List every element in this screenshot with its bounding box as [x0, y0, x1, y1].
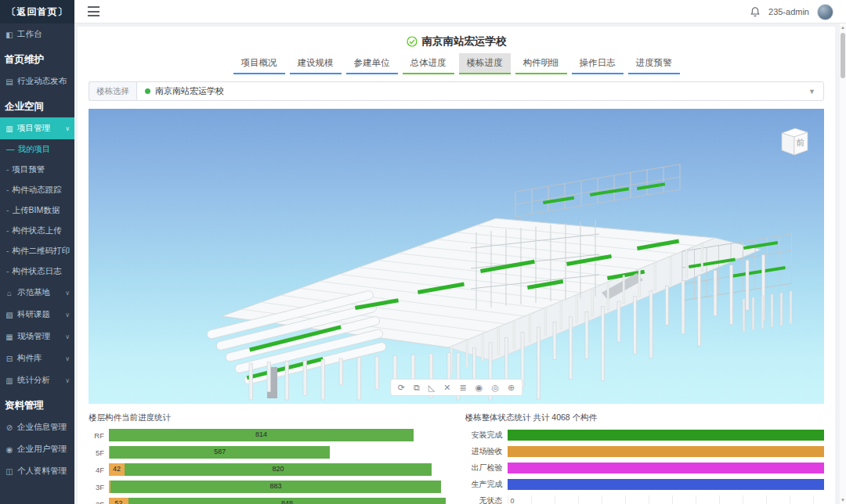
tab-building-progress[interactable]: 楼栋进度 — [459, 53, 511, 74]
avatar[interactable] — [817, 4, 833, 20]
building-select-label: 楼栋选择 — [89, 81, 136, 101]
hamburger-menu-icon[interactable] — [88, 6, 99, 16]
library-icon: ⊟ — [5, 355, 14, 363]
bar-value: 52 — [109, 499, 128, 504]
axis-label: 无状态 — [465, 495, 503, 504]
page-title: 南京南站宏运学校 — [89, 31, 824, 52]
chart-row-0: 安装完成 — [465, 430, 825, 441]
sidebar-item-component-tracking[interactable]: 构件动态跟踪 — [0, 180, 74, 200]
view-cube[interactable]: 前 — [776, 123, 812, 159]
viewer-toolbar: ⟳⧉◺✕≣◉◎⊕ — [390, 379, 522, 396]
sidebar-item-label: 示范基地 — [17, 287, 50, 298]
tab-construction-scale[interactable]: 建设规模 — [290, 53, 342, 74]
sidebar-item-label: 企业信息管理 — [17, 422, 67, 433]
status-dot — [145, 88, 150, 94]
focus-icon[interactable]: ◎ — [491, 382, 499, 393]
sidebar-item-enterprise-users[interactable]: ◉企业用户管理 — [0, 438, 74, 460]
tab-project-overview[interactable]: 项目概况 — [233, 53, 285, 74]
building-select-value: 南京南站宏运学校 — [155, 85, 224, 97]
reset-view-icon[interactable]: ⟳ — [398, 382, 405, 393]
bar-track: 52848 — [109, 498, 448, 504]
axis-label: 进场验收 — [465, 446, 503, 457]
floor-progress-chart-title: 楼层构件当前进度统计 — [89, 412, 448, 424]
scroll-up-icon[interactable]: ▲ — [840, 25, 846, 30]
sidebar-item-upload-bim-data[interactable]: 上传BIM数据 — [0, 200, 74, 221]
building-status-chart: 楼栋整体状态统计 共计 4068 个构件 安装完成进场验收出厂检验生产完成无状态… — [465, 412, 825, 504]
orbit-icon[interactable]: ◉ — [475, 382, 483, 393]
bar-track: 0 — [508, 495, 825, 504]
building-filter: 楼栋选择 南京南站宏运学校 ▼ — [89, 81, 824, 101]
back-home-button[interactable]: 〔返回首页〕 — [0, 0, 74, 23]
chevron-down-icon: ∨ — [65, 311, 70, 319]
sidebar-item-component-qrcode-print[interactable]: 构件二维码打印 — [0, 241, 74, 261]
component-list-icon[interactable]: ≣ — [460, 382, 467, 393]
sidebar: ◧工作台首页维护▤行业动态发布企业空间▥项目管理∨我的项目项目预警构件动态跟踪上… — [0, 23, 74, 504]
building-select-dropdown[interactable]: 南京南站宏运学校 ▼ — [136, 81, 824, 101]
sidebar-item-demo-base[interactable]: ⌂示范基地∨ — [0, 282, 74, 304]
username: 235-admin — [768, 7, 809, 16]
bar-value: 814 — [109, 430, 414, 438]
bar-track: 42820 — [109, 463, 448, 476]
bar-track: 587 — [109, 446, 448, 459]
bar-value: 848 — [128, 499, 446, 504]
chevron-down-icon: ∨ — [65, 125, 70, 132]
sidebar-item-project-management[interactable]: ▥项目管理∨ — [0, 117, 74, 139]
sidebar-item-enterprise-info[interactable]: ⊘企业信息管理 — [0, 416, 74, 438]
sidebar-item-industry-news[interactable]: ▤行业动态发布 — [0, 70, 74, 92]
sidebar-item-component-status-upload[interactable]: 构件状态上传 — [0, 221, 74, 241]
sidebar-item-workbench[interactable]: ◧工作台 — [0, 23, 74, 45]
sidebar-item-site-management[interactable]: ▦现场管理∨ — [0, 326, 74, 347]
scrollbar-thumb[interactable] — [841, 33, 845, 78]
scroll-down-icon[interactable]: ▼ — [840, 498, 846, 502]
bar-value: 0 — [511, 497, 515, 504]
sidebar-item-label: 现场管理 — [17, 331, 50, 342]
building-status-chart-title: 楼栋整体状态统计 共计 4068 个构件 — [465, 412, 825, 424]
bar-segment: 883 — [110, 481, 441, 493]
chart-row-5F: 5F587 — [89, 446, 448, 459]
tab-participating-units[interactable]: 参建单位 — [346, 53, 398, 74]
sidebar-item-label: 工作台 — [17, 29, 42, 40]
bar-value: 587 — [110, 448, 330, 455]
section-cut-icon[interactable]: ✕ — [443, 382, 450, 393]
sidebar-item-label: 项目管理 — [17, 123, 50, 134]
check-circle-icon — [407, 36, 418, 47]
base-icon: ⌂ — [5, 289, 14, 297]
measure-icon[interactable]: ◺ — [428, 382, 435, 393]
profile-icon: ◫ — [5, 467, 14, 476]
bar-track — [508, 430, 825, 441]
floor-progress-chart: 楼层构件当前进度统计 RF8145F5874F428203F8832F52848 — [89, 412, 448, 504]
tab-component-detail[interactable]: 构件明细 — [515, 53, 567, 74]
axis-label: 出厂检验 — [465, 463, 503, 473]
chart-row-2: 出厂检验 — [465, 463, 825, 473]
cube-face-label: 前 — [796, 138, 805, 147]
bim-model-render — [89, 109, 824, 404]
bar-track: 814 — [109, 429, 448, 441]
pan-icon[interactable]: ⊕ — [508, 382, 515, 393]
model-viewport[interactable]: 前 ⟳⧉◺✕≣◉◎⊕ — [89, 109, 824, 404]
tab-overall-progress[interactable]: 总体进度 — [403, 53, 454, 74]
sidebar-item-personal-profile[interactable]: ◫个人资料管理 — [0, 460, 74, 482]
sidebar-item-statistics-analysis[interactable]: ▥统计分析∨ — [0, 369, 74, 391]
notification-bell-icon[interactable] — [750, 6, 761, 17]
tab-operation-log[interactable]: 操作日志 — [572, 53, 624, 74]
sidebar-item-my-projects[interactable]: 我的项目 — [0, 139, 74, 160]
sidebar-section-homepage-maintenance: 首页维护 — [0, 45, 74, 70]
sidebar-item-label: 行业动态发布 — [17, 76, 67, 87]
bar — [508, 479, 825, 490]
bar-track: 883 — [109, 481, 448, 493]
axis-label: RF — [89, 431, 104, 440]
sidebar-item-research-topics[interactable]: ▧科研课题∨ — [0, 304, 74, 326]
sidebar-item-label: 科研课题 — [17, 309, 50, 320]
sidebar-section-data-management: 资料管理 — [0, 391, 74, 416]
page-scrollbar[interactable]: ▲ ▼ — [840, 23, 846, 504]
chevron-down-icon: ∨ — [65, 333, 70, 340]
axis-label: 安装完成 — [465, 430, 503, 441]
chart-row-3F: 3F883 — [89, 481, 448, 493]
sidebar-item-component-status-log[interactable]: 构件状态日志 — [0, 261, 74, 282]
tab-progress-warning[interactable]: 进度预警 — [628, 53, 680, 74]
axis-label: 2F — [89, 500, 104, 504]
sidebar-item-project-warning[interactable]: 项目预警 — [0, 160, 74, 180]
sidebar-item-component-library[interactable]: ⊟构件库∨ — [0, 347, 74, 369]
layers-icon[interactable]: ⧉ — [414, 382, 420, 393]
chart-row-1: 进场验收 — [465, 446, 825, 457]
